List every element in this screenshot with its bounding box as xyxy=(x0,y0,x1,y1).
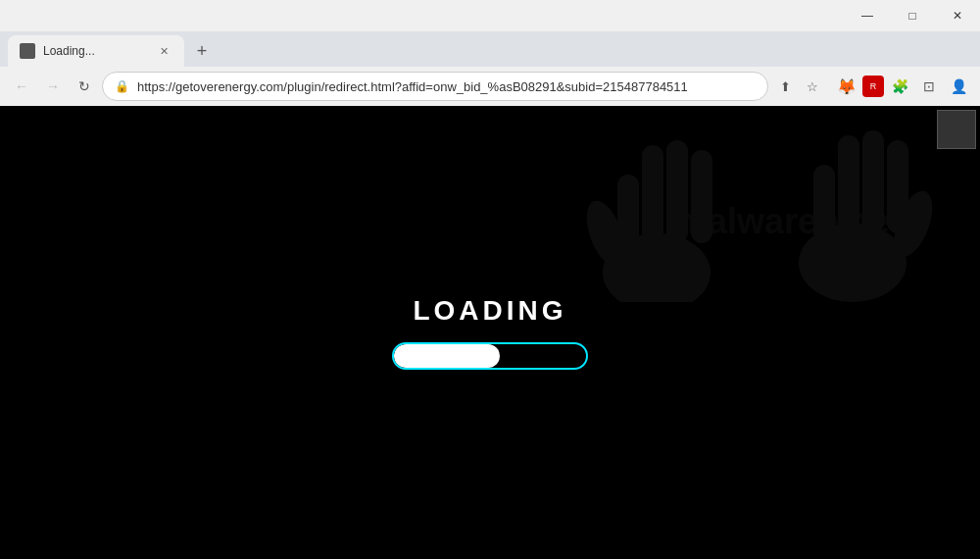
svg-rect-10 xyxy=(862,130,884,233)
address-icon-buttons: ⬆ ☆ xyxy=(772,74,825,99)
loading-container: LOADING xyxy=(392,295,588,370)
active-tab[interactable]: Loading... ✕ xyxy=(8,35,184,67)
lock-icon: 🔒 xyxy=(115,79,129,93)
forward-button[interactable]: → xyxy=(39,73,67,100)
back-button[interactable]: ← xyxy=(8,73,35,100)
svg-rect-9 xyxy=(838,135,859,233)
maximize-button[interactable]: □ xyxy=(890,0,935,31)
browser-window: — □ ✕ Loading... ✕ + ← → ↻ 🔒 https://get… xyxy=(0,0,980,559)
refresh-button[interactable]: ↻ xyxy=(71,73,98,100)
window-controls: — □ ✕ xyxy=(845,0,980,31)
tab-bar: Loading... ✕ + xyxy=(0,31,980,67)
extension-icons: 🦊 R 🧩 ⊡ 👤 xyxy=(833,73,972,100)
svg-point-0 xyxy=(603,233,710,302)
new-tab-button[interactable]: + xyxy=(188,37,216,65)
grid-extension-icon[interactable]: ⊡ xyxy=(915,73,943,100)
progress-bar xyxy=(392,342,588,370)
fox-extension-icon[interactable]: 🦊 xyxy=(833,73,860,100)
tab-close-button[interactable]: ✕ xyxy=(155,42,172,60)
bookmark-button[interactable]: ☆ xyxy=(800,74,825,99)
profile-button[interactable]: 👤 xyxy=(945,73,972,100)
svg-rect-3 xyxy=(666,140,688,243)
svg-rect-4 xyxy=(691,150,712,243)
svg-rect-6 xyxy=(627,268,686,302)
page-content: malwarebytes LOADING xyxy=(0,106,980,559)
svg-rect-8 xyxy=(813,165,835,243)
svg-rect-11 xyxy=(887,140,908,233)
tab-title: Loading... xyxy=(43,44,147,58)
svg-point-5 xyxy=(579,196,632,272)
close-button[interactable]: ✕ xyxy=(935,0,980,31)
svg-point-12 xyxy=(887,186,940,262)
share-button[interactable]: ⬆ xyxy=(772,74,798,99)
svg-rect-1 xyxy=(617,175,639,253)
loading-text: LOADING xyxy=(413,295,566,327)
url-text: https://getoverenergy.com/plugin/redirec… xyxy=(137,79,756,94)
red-extension-icon[interactable]: R xyxy=(862,76,884,97)
svg-rect-2 xyxy=(642,145,663,243)
puzzle-extension-icon[interactable]: 🧩 xyxy=(886,73,913,100)
progress-bar-fill xyxy=(394,344,500,368)
minimize-button[interactable]: — xyxy=(845,0,890,31)
thumbnail-preview xyxy=(937,110,976,149)
address-bar[interactable]: 🔒 https://getoverenergy.com/plugin/redir… xyxy=(102,72,768,101)
svg-rect-13 xyxy=(823,258,882,297)
svg-text:malwarebytes: malwarebytes xyxy=(676,201,909,241)
svg-point-7 xyxy=(799,224,906,302)
tab-favicon xyxy=(20,43,35,59)
nav-bar: ← → ↻ 🔒 https://getoverenergy.com/plugin… xyxy=(0,67,980,106)
title-bar: — □ ✕ xyxy=(0,0,980,31)
